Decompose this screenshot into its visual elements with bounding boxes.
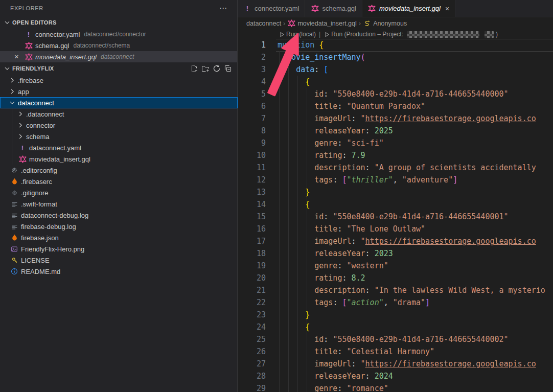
code-line[interactable]: 24 { <box>238 321 553 333</box>
tree-item--firebase[interactable]: .firebase <box>0 75 238 86</box>
tree-item-license[interactable]: LICENSE <box>0 255 238 266</box>
tree-item-dataconnect[interactable]: dataconnect <box>0 97 238 108</box>
new-folder-icon[interactable] <box>201 64 210 73</box>
tree-item--swift-format[interactable]: .swift-format <box>0 198 238 210</box>
breadcrumb-item[interactable]: moviedata_insert.gql <box>287 19 356 28</box>
code-line[interactable]: 15 id: "550e8400-e29b-41d4-a716-44665544… <box>238 211 553 223</box>
open-editors-header[interactable]: OPEN EDITORS <box>0 16 237 29</box>
code-line[interactable]: 20 rating: 8.2 <box>238 272 553 284</box>
code-line[interactable]: 19 genre: "western" <box>238 260 553 272</box>
code-line[interactable]: 9 genre: "sci-fi" <box>238 137 553 149</box>
code-line[interactable]: 29 genre: "romance" <box>238 382 553 392</box>
open-editor-item[interactable]: !connector.yamldataconnect/connector <box>0 29 237 40</box>
tree-item-moviedata-insert-gql[interactable]: moviedata_insert.gql <box>0 153 238 165</box>
code-line[interactable]: 11 description: "A group of scientists a… <box>238 162 553 174</box>
code-area[interactable]: 1mutation {2 movie_insertMany(3 data: [4… <box>238 39 553 392</box>
line-number[interactable]: 1 <box>238 39 278 51</box>
new-file-icon[interactable] <box>190 64 198 73</box>
tree-item--editorconfig[interactable]: .editorconfig <box>0 165 238 176</box>
tab-schema-gql[interactable]: schema.gql <box>305 0 362 17</box>
code-line[interactable]: 17 imageUrl: "https://firebasestorage.go… <box>238 235 553 247</box>
line-number[interactable]: 15 <box>238 211 278 223</box>
line-number[interactable]: 26 <box>238 345 278 358</box>
tree-item-friendlyflix-hero-png[interactable]: FriendlyFlix-Hero.png <box>0 243 238 255</box>
line-number[interactable]: 24 <box>238 321 278 333</box>
code-line[interactable]: 3 data: [ <box>238 63 553 76</box>
code-line[interactable]: 23 } <box>238 309 553 321</box>
code-line[interactable]: 22 tags: ["action", "drama"] <box>238 296 553 309</box>
line-number[interactable]: 14 <box>238 198 278 211</box>
tree-item-firebase-debug-log[interactable]: firebase-debug.log <box>0 221 238 232</box>
line-number[interactable]: 23 <box>238 309 278 321</box>
code-line[interactable]: 27 imageUrl: "https://firebasestorage.go… <box>238 358 553 370</box>
line-number[interactable]: 13 <box>238 186 278 198</box>
breadcrumb-item[interactable]: dataconnect <box>246 20 281 27</box>
tree-item-label: firebase.json <box>21 234 59 242</box>
line-number[interactable]: 2 <box>238 51 278 63</box>
line-number[interactable]: 12 <box>238 174 278 186</box>
tree-item--gitignore[interactable]: .gitignore <box>0 187 238 198</box>
tree-item-readme-md[interactable]: README.md <box>0 266 238 277</box>
line-number[interactable]: 22 <box>238 296 278 309</box>
refresh-icon[interactable] <box>213 64 221 73</box>
code-line[interactable]: 16 title: "The Lone Outlaw" <box>238 223 553 235</box>
line-number[interactable]: 5 <box>238 88 278 100</box>
line-number[interactable]: 29 <box>238 382 278 392</box>
code-line[interactable]: 10 rating: 7.9 <box>238 149 553 162</box>
close-icon[interactable]: × <box>14 53 19 60</box>
code-line[interactable]: 6 title: "Quantum Paradox" <box>238 100 553 112</box>
code-line[interactable]: 25 id: "550e8400-e29b-41d4-a716-44665544… <box>238 333 553 345</box>
line-number[interactable]: 16 <box>238 223 278 235</box>
breadcrumb-item[interactable]: Anonymous <box>363 19 407 28</box>
tree-item-app[interactable]: app <box>0 86 238 97</box>
code-line[interactable]: 5 id: "550e8400-e29b-41d4-a716-446655440… <box>238 88 553 100</box>
line-number[interactable]: 19 <box>238 260 278 272</box>
line-number[interactable]: 11 <box>238 162 278 174</box>
open-editor-item[interactable]: ×moviedata_insert.gqldataconnect <box>0 51 237 62</box>
tab-connector-yaml[interactable]: !connector.yaml <box>238 0 305 17</box>
code-line[interactable]: 18 releaseYear: 2023 <box>238 247 553 260</box>
explorer-sidebar: EXPLORER ⋯ OPEN EDITORS !connector.yamld… <box>0 0 238 392</box>
code-line[interactable]: 4 { <box>238 76 553 88</box>
line-number[interactable]: 21 <box>238 284 278 296</box>
tab-moviedata-insert-gql[interactable]: moviedata_insert.gql× <box>362 0 455 17</box>
code-line[interactable]: 7 imageUrl: "https://firebasestorage.goo… <box>238 112 553 125</box>
close-icon[interactable]: × <box>445 5 449 12</box>
code-line[interactable]: 12 tags: ["thriller", "adventure"] <box>238 174 553 186</box>
line-number[interactable]: 4 <box>238 76 278 88</box>
line-number[interactable]: 17 <box>238 235 278 247</box>
line-number[interactable]: 28 <box>238 370 278 382</box>
more-actions-icon[interactable]: ⋯ <box>216 4 230 13</box>
project-section-header[interactable]: FRIENDLYFLIX <box>0 62 237 75</box>
tree-item-firebase-json[interactable]: firebase.json <box>0 232 238 243</box>
code-line-text: data: [ <box>278 63 553 76</box>
run-production-link[interactable]: Run (Production – Project: ) <box>324 31 498 38</box>
tree-item-dataconnect-debug-log[interactable]: dataconnect-debug.log <box>0 210 238 221</box>
line-number[interactable]: 3 <box>238 63 278 76</box>
code-line[interactable]: 14 { <box>238 198 553 211</box>
tree-item-schema[interactable]: schema <box>0 131 238 142</box>
line-number[interactable]: 25 <box>238 333 278 345</box>
line-number[interactable]: 9 <box>238 137 278 149</box>
run-local-link[interactable]: Run (local) <box>279 31 316 38</box>
tree-item-connector[interactable]: connector <box>0 120 238 131</box>
line-number[interactable]: 18 <box>238 247 278 260</box>
code-line[interactable]: 8 releaseYear: 2025 <box>238 125 553 137</box>
line-number[interactable]: 27 <box>238 358 278 370</box>
code-line[interactable]: 1mutation { <box>238 39 553 51</box>
line-number[interactable]: 6 <box>238 100 278 112</box>
tree-item-dataconnect-yaml[interactable]: !dataconnect.yaml <box>0 142 238 153</box>
open-editor-item[interactable]: schema.gqldataconnect/schema <box>0 40 237 51</box>
line-number[interactable]: 20 <box>238 272 278 284</box>
code-line[interactable]: 28 releaseYear: 2024 <box>238 370 553 382</box>
code-line[interactable]: 2 movie_insertMany( <box>238 51 553 63</box>
code-line[interactable]: 21 description: "In the lawless Wild Wes… <box>238 284 553 296</box>
line-number[interactable]: 10 <box>238 149 278 162</box>
line-number[interactable]: 7 <box>238 112 278 125</box>
tree-item--firebaserc[interactable]: .firebaserc <box>0 176 238 187</box>
code-line[interactable]: 26 title: "Celestial Harmony" <box>238 345 553 358</box>
tree-item--dataconnect[interactable]: .dataconnect <box>0 108 238 120</box>
collapse-all-icon[interactable] <box>224 64 232 73</box>
line-number[interactable]: 8 <box>238 125 278 137</box>
code-line[interactable]: 13 } <box>238 186 553 198</box>
